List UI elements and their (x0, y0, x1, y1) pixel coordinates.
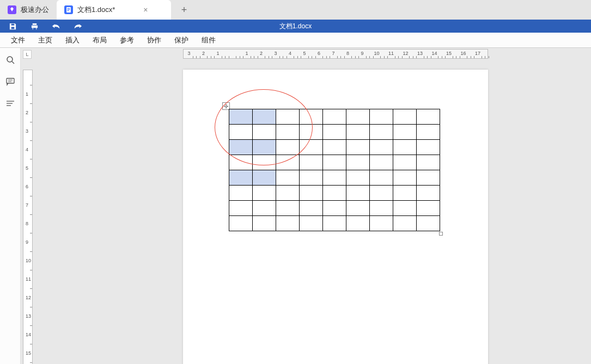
table-cell[interactable] (417, 170, 440, 186)
table-cell[interactable] (393, 140, 417, 155)
table-cell[interactable] (300, 140, 323, 155)
ruler-corner[interactable]: L (23, 50, 32, 59)
settings-icon[interactable] (5, 98, 16, 109)
table-cell[interactable] (323, 186, 346, 201)
table-cell[interactable] (276, 201, 300, 216)
table-cell[interactable] (229, 201, 253, 216)
document-tab[interactable]: 文档1.docx* × (57, 0, 171, 20)
table-cell[interactable] (370, 109, 393, 125)
document-page[interactable]: ✢ (183, 70, 488, 364)
table-cell[interactable] (346, 170, 370, 186)
vertical-ruler[interactable]: 1234567891011121314151617 (23, 70, 33, 364)
table-cell[interactable] (229, 155, 253, 170)
table-cell[interactable] (229, 170, 253, 186)
search-icon[interactable] (5, 54, 16, 65)
menu-home[interactable]: 主页 (33, 33, 58, 47)
table-cell[interactable] (393, 170, 417, 186)
table-cell[interactable] (393, 109, 417, 125)
table-cell[interactable] (229, 125, 253, 140)
table-cell[interactable] (276, 216, 300, 231)
table-cell[interactable] (300, 186, 323, 201)
table-cell[interactable] (370, 201, 393, 216)
table-cell[interactable] (346, 140, 370, 155)
menu-insert[interactable]: 插入 (60, 33, 85, 47)
svg-point-4 (7, 57, 13, 62)
table-cell[interactable] (323, 201, 346, 216)
table-cell[interactable] (393, 155, 417, 170)
menu-collaborate[interactable]: 协作 (142, 33, 167, 47)
table-cell[interactable] (370, 155, 393, 170)
undo-button[interactable] (51, 21, 61, 31)
table-cell[interactable] (346, 216, 370, 231)
table-cell[interactable] (300, 109, 323, 125)
table-cell[interactable] (253, 216, 276, 231)
table-cell[interactable] (417, 125, 440, 140)
table-cell[interactable] (323, 125, 346, 140)
table-cell[interactable] (300, 125, 323, 140)
table-cell[interactable] (276, 155, 300, 170)
menu-layout[interactable]: 布局 (87, 33, 112, 47)
table-cell[interactable] (417, 155, 440, 170)
table-cell[interactable] (253, 201, 276, 216)
table-cell[interactable] (417, 201, 440, 216)
table-cell[interactable] (300, 216, 323, 231)
svg-line-5 (12, 61, 14, 64)
table-cell[interactable] (229, 186, 253, 201)
table-cell[interactable] (323, 140, 346, 155)
horizontal-ruler[interactable]: 3211234567891011121314151617 (183, 49, 488, 59)
table-cell[interactable] (276, 140, 300, 155)
table-cell[interactable] (370, 216, 393, 231)
table-cell[interactable] (276, 109, 300, 125)
table-cell[interactable] (276, 170, 300, 186)
table-resize-handle[interactable] (439, 232, 443, 236)
table-cell[interactable] (323, 170, 346, 186)
menu-reference[interactable]: 参考 (114, 33, 139, 47)
table-cell[interactable] (370, 170, 393, 186)
table-cell[interactable] (346, 201, 370, 216)
table-cell[interactable] (253, 140, 276, 155)
table-cell[interactable] (300, 170, 323, 186)
menu-file[interactable]: 文件 (5, 33, 31, 47)
table-cell[interactable] (300, 201, 323, 216)
table-cell[interactable] (276, 125, 300, 140)
document-table[interactable] (229, 109, 440, 231)
table-cell[interactable] (300, 155, 323, 170)
close-tab-button[interactable]: × (141, 5, 150, 14)
table-cell[interactable] (370, 140, 393, 155)
table-cell[interactable] (323, 109, 346, 125)
table-cell[interactable] (229, 216, 253, 231)
table-cell[interactable] (417, 186, 440, 201)
print-button[interactable] (29, 21, 39, 31)
table-cell[interactable] (323, 155, 346, 170)
table-cell[interactable] (393, 201, 417, 216)
table-cell[interactable] (393, 186, 417, 201)
new-tab-button[interactable]: + (176, 2, 192, 17)
table-cell[interactable] (370, 186, 393, 201)
redo-button[interactable] (73, 21, 83, 31)
app-tab[interactable]: 极速办公 (0, 0, 57, 20)
table-cell[interactable] (393, 125, 417, 140)
table-cell[interactable] (346, 109, 370, 125)
table-cell[interactable] (417, 109, 440, 125)
table-cell[interactable] (323, 216, 346, 231)
table-cell[interactable] (253, 186, 276, 201)
table-cell[interactable] (229, 109, 253, 125)
table-cell[interactable] (346, 125, 370, 140)
table-cell[interactable] (253, 155, 276, 170)
menu-component[interactable]: 组件 (196, 33, 221, 47)
save-button[interactable] (8, 21, 17, 31)
comment-icon[interactable] (5, 76, 16, 87)
table-cell[interactable] (229, 140, 253, 155)
table-cell[interactable] (417, 216, 440, 231)
ruler-v-number: 15 (26, 350, 31, 356)
table-cell[interactable] (276, 186, 300, 201)
table-cell[interactable] (253, 109, 276, 125)
table-cell[interactable] (346, 155, 370, 170)
table-cell[interactable] (393, 216, 417, 231)
menu-protect[interactable]: 保护 (169, 33, 194, 47)
table-cell[interactable] (346, 186, 370, 201)
table-cell[interactable] (417, 140, 440, 155)
table-cell[interactable] (253, 170, 276, 186)
table-cell[interactable] (253, 125, 276, 140)
table-cell[interactable] (370, 125, 393, 140)
